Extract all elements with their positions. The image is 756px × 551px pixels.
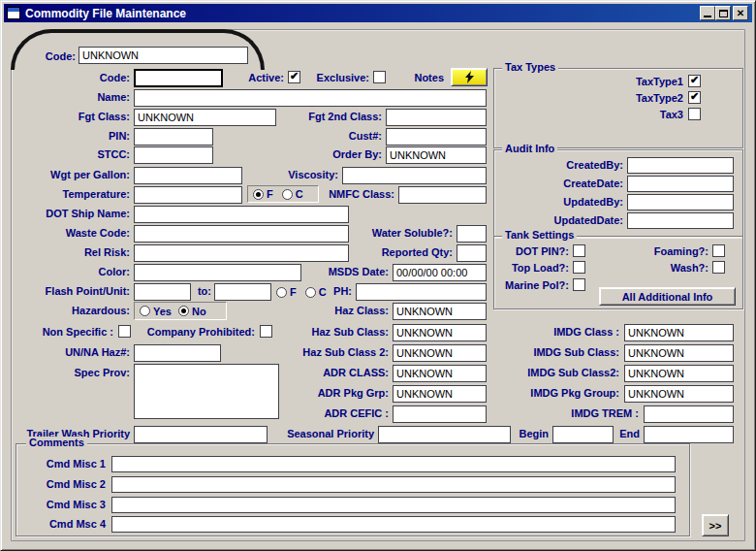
non-specific-label: Non Specific : — [26, 326, 113, 339]
wash-checkbox[interactable] — [712, 261, 725, 274]
haz-sub-class-input[interactable] — [393, 324, 487, 341]
spec-prov-textarea[interactable] — [134, 364, 279, 419]
color-input[interactable] — [134, 264, 301, 281]
code-display-label: Code: — [37, 50, 76, 63]
un-na-haz-label: UN/NA Haz#: — [43, 346, 130, 359]
flash-point-input[interactable] — [134, 283, 191, 301]
un-na-haz-input[interactable] — [134, 344, 221, 362]
create-date-input[interactable] — [627, 176, 734, 192]
rel-risk-input[interactable] — [134, 244, 349, 262]
ph-label: PH: — [323, 285, 352, 298]
updated-date-input[interactable] — [627, 212, 734, 229]
cmd-misc-1-input[interactable] — [111, 456, 676, 472]
company-prohibited-label: Company Prohibited: — [134, 326, 255, 339]
flash-c-radio[interactable] — [305, 287, 316, 298]
imdg-pkg-group-input[interactable] — [624, 385, 734, 403]
hazardous-no-radio-label: No — [192, 306, 206, 317]
nmfc-class-label: NMFC Class: — [312, 188, 394, 201]
maximize-button[interactable] — [715, 6, 731, 20]
temperature-c-radio[interactable] — [282, 189, 293, 200]
cmd-msc-4-input[interactable] — [111, 516, 676, 533]
dot-ship-name-input[interactable] — [134, 206, 349, 223]
cust-input[interactable] — [386, 128, 487, 146]
viscosity-input[interactable] — [342, 167, 487, 184]
temperature-f-radio[interactable] — [253, 189, 264, 200]
dot-pin-checkbox[interactable] — [573, 244, 585, 257]
code-input[interactable] — [134, 69, 223, 87]
adr-pkg-grp-input[interactable] — [393, 385, 487, 403]
hazardous-yes-radio[interactable] — [140, 306, 150, 316]
cmd-misc-3-label: Cmd Misc 3 — [23, 499, 106, 511]
adr-class-input[interactable] — [393, 365, 487, 382]
audit-info-caption: Audit Info — [502, 143, 557, 154]
taxtype2-checkbox[interactable] — [688, 91, 701, 104]
pin-input[interactable] — [134, 128, 213, 146]
more-button[interactable]: >> — [702, 514, 729, 536]
flash-point-label: Flash Point/Unit: — [18, 285, 130, 298]
reported-qty-input[interactable] — [457, 244, 487, 262]
name-input[interactable] — [134, 89, 487, 107]
end-input[interactable] — [644, 426, 734, 443]
foaming-label: Foaming?: — [629, 245, 709, 258]
water-soluble-input[interactable] — [457, 225, 487, 243]
company-prohibited-checkbox[interactable] — [260, 325, 272, 338]
marine-pol-checkbox[interactable] — [573, 278, 585, 291]
waste-code-input[interactable] — [134, 225, 349, 243]
stcc-label: STCC: — [81, 148, 130, 161]
waste-code-label: Waste Code: — [47, 227, 130, 240]
non-specific-checkbox[interactable] — [118, 325, 131, 338]
fgt-class-input[interactable] — [134, 109, 276, 126]
seasonal-priority-input[interactable] — [378, 426, 511, 443]
trailer-wash-priority-input[interactable] — [134, 426, 268, 443]
taxtype1-checkbox[interactable] — [688, 75, 701, 87]
tax3-checkbox[interactable] — [688, 108, 701, 120]
wgt-per-gallon-label: Wgt per Gallon: — [28, 169, 130, 181]
hazardous-no-radio[interactable] — [178, 306, 189, 316]
code-label: Code: — [72, 72, 130, 84]
adr-cefic-input[interactable] — [393, 405, 487, 423]
seasonal-priority-label: Seasonal Priority — [274, 428, 374, 440]
top-load-label: Top Load?: — [501, 262, 569, 275]
nmfc-class-input[interactable] — [398, 186, 487, 204]
top-load-checkbox[interactable] — [573, 261, 585, 274]
title-bar[interactable]: Commodity File Maintenance ✕ — [4, 4, 752, 22]
temperature-input[interactable] — [134, 186, 242, 204]
all-additional-info-button[interactable]: All Additional Info — [599, 287, 736, 306]
msds-date-input[interactable] — [393, 264, 487, 281]
imdg-trem-input[interactable] — [644, 405, 734, 423]
close-button[interactable]: ✕ — [733, 6, 748, 20]
imdg-class-input[interactable] — [624, 324, 734, 341]
notes-button[interactable] — [451, 68, 488, 86]
fgt-2nd-class-input[interactable] — [386, 109, 487, 126]
ph-input[interactable] — [356, 283, 487, 301]
begin-input[interactable] — [552, 426, 614, 443]
fgt-2nd-class-label: Fgt 2nd Class: — [287, 111, 382, 123]
cmd-misc-3-input[interactable] — [111, 497, 676, 513]
imdg-sub-class2-input[interactable] — [624, 365, 734, 382]
wgt-per-gallon-input[interactable] — [134, 167, 242, 184]
dot-pin-label: DOT PIN?: — [501, 245, 569, 258]
created-by-label: CreatedBy: — [536, 159, 623, 172]
begin-label: Begin — [515, 428, 549, 440]
imdg-pkg-group-label: IMDG Pkg Group: — [508, 387, 619, 400]
create-date-label: CreateDate: — [536, 178, 623, 190]
haz-sub-class-2-input[interactable] — [393, 344, 487, 362]
temperature-label: Temperature: — [43, 188, 130, 201]
flash-to-input[interactable] — [214, 283, 271, 301]
active-checkbox[interactable] — [288, 71, 300, 83]
stcc-input[interactable] — [134, 146, 213, 164]
updated-by-input[interactable] — [627, 194, 734, 211]
exclusive-checkbox[interactable] — [373, 71, 386, 83]
foaming-checkbox[interactable] — [712, 244, 725, 257]
order-by-input[interactable] — [386, 146, 487, 164]
minimize-button[interactable] — [700, 6, 715, 20]
imdg-sub-class-input[interactable] — [624, 344, 734, 362]
cmd-misc-2-label: Cmd Misc 2 — [23, 478, 106, 491]
maximize-icon — [719, 10, 728, 17]
code-display-field[interactable] — [79, 47, 248, 64]
cmd-misc-2-input[interactable] — [111, 476, 676, 493]
minimize-icon — [704, 16, 711, 17]
created-by-input[interactable] — [627, 157, 734, 174]
haz-class-input[interactable] — [393, 303, 487, 320]
flash-f-radio[interactable] — [276, 287, 287, 298]
